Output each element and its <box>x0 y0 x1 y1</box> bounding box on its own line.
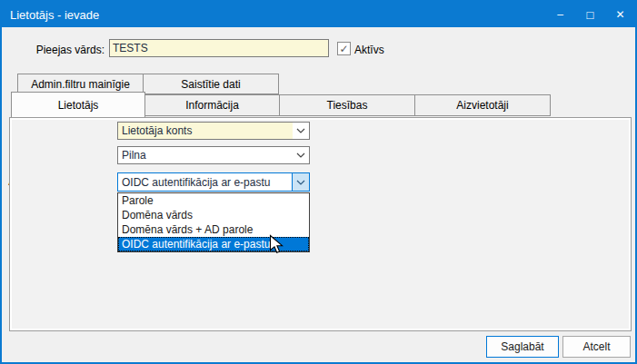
check-icon: ✓ <box>339 44 348 54</box>
minimize-button[interactable]: – <box>545 2 575 27</box>
close-button[interactable]: ✕ <box>605 2 635 27</box>
access-name-input[interactable] <box>109 39 329 57</box>
chevron-down-icon[interactable] <box>293 123 309 139</box>
chevron-down-icon[interactable] <box>293 147 309 163</box>
save-button[interactable]: Saglabāt <box>486 336 559 358</box>
konta-veids-value: Lietotāja konts <box>118 123 293 139</box>
tab-aizvietotaji[interactable]: Aizvietotāji <box>414 94 551 116</box>
autentifikacijas-veids-value: OIDC autentifikācija ar e-pastu <box>118 173 292 191</box>
tab-informacija[interactable]: Informācija <box>144 94 280 116</box>
chevron-down-icon[interactable] <box>292 173 309 191</box>
cancel-button[interactable]: Atcelt <box>562 336 631 358</box>
dropdown-option-parole[interactable]: Parole <box>118 193 309 208</box>
tab-saistitie-dati[interactable]: Saistītie dati <box>143 74 279 94</box>
active-checkbox[interactable]: ✓ <box>337 42 351 55</box>
dropdown-option-domena-vards[interactable]: Domēna vārds <box>118 208 309 222</box>
maximize-button[interactable]: □ <box>575 2 605 27</box>
tab-tiesibas[interactable]: Tiesības <box>279 94 415 116</box>
konta-veids-combo[interactable]: Lietotāja konts <box>117 122 310 140</box>
tab-page-panel <box>9 117 632 331</box>
dropdown-option-domena-vards-ad-parole[interactable]: Domēna vārds + AD parole <box>118 222 309 237</box>
autentifikacijas-veids-combo[interactable]: OIDC autentifikācija ar e-pastu <box>117 172 310 192</box>
window-title: Lietotājs - ievade <box>10 8 99 22</box>
tab-lietotajs[interactable]: Lietotājs <box>11 92 145 117</box>
licences-veids-value: Pilna <box>118 147 293 163</box>
dialog-lietotajs-ievade: Lietotājs - ievade – □ ✕ Pieejas vārds: … <box>0 0 637 364</box>
licences-veids-combo[interactable]: Pilna <box>117 146 310 164</box>
autentifikacijas-veids-dropdown: Parole Domēna vārds Domēna vārds + AD pa… <box>117 192 310 252</box>
titlebar[interactable]: Lietotājs - ievade – □ ✕ <box>2 2 635 27</box>
window-controls: – □ ✕ <box>545 2 635 27</box>
dropdown-option-oidc[interactable]: OIDC autentifikācija ar e-pastu <box>118 237 309 251</box>
active-checkbox-label[interactable]: Aktīvs <box>354 43 409 57</box>
access-name-label: Pieejas vārds: <box>2 43 105 57</box>
